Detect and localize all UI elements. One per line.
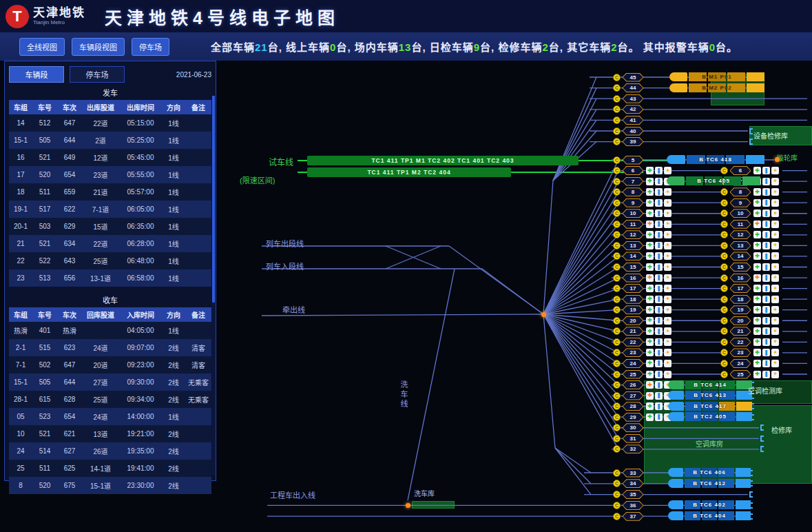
- sidebar-scrollbar[interactable]: [212, 96, 215, 475]
- track-badge[interactable]: 14: [623, 252, 643, 260]
- track-badge[interactable]: 6: [730, 166, 751, 175]
- track-badge[interactable]: 40: [623, 127, 643, 136]
- track-badge[interactable]: 29: [623, 413, 643, 422]
- train[interactable]: B TC6 402: [668, 500, 751, 509]
- track-badge[interactable]: 10: [623, 209, 643, 218]
- track-badge[interactable]: 25: [730, 370, 751, 379]
- table-row[interactable]: 28-161562825道09:34:002线无乘客: [9, 391, 211, 408]
- track-badge[interactable]: 11: [730, 220, 751, 229]
- train[interactable]: B TC6 418: [667, 155, 764, 164]
- train[interactable]: B TC2 405: [668, 412, 752, 421]
- table-row[interactable]: 15-15056442道05:25:001线: [9, 132, 211, 149]
- track-badge[interactable]: 20: [623, 316, 643, 325]
- track-badge[interactable]: 7: [623, 177, 643, 186]
- track-badge[interactable]: 30: [623, 423, 643, 432]
- train[interactable]: B TC6 412: [668, 479, 751, 488]
- table-row[interactable]: 15-150564427道09:30:002线无乘客: [9, 374, 211, 391]
- table-row[interactable]: 1052162113道19:21:002线: [9, 425, 211, 442]
- table-row[interactable]: 852067515-1道23:30:002线: [9, 477, 211, 494]
- table-row[interactable]: 1851165921道05:57:001线: [9, 183, 211, 201]
- track-badge[interactable]: 37: [623, 512, 643, 521]
- track-badge[interactable]: 23: [623, 348, 643, 357]
- track-badge[interactable]: 19: [730, 305, 751, 314]
- track-badge[interactable]: 12: [730, 230, 751, 239]
- track-badge[interactable]: 18: [623, 295, 643, 304]
- track-badge[interactable]: 6: [623, 166, 643, 175]
- train[interactable]: B M1 P01: [669, 72, 764, 81]
- track-badge[interactable]: 17: [730, 284, 751, 293]
- track-badge[interactable]: 16: [730, 274, 751, 283]
- track-badge[interactable]: 33: [623, 469, 643, 478]
- table-row[interactable]: 7-150264720道09:23:002线清客: [9, 356, 211, 374]
- table-row[interactable]: 2252264325道06:48:001线: [9, 252, 211, 269]
- track-badge[interactable]: 20: [730, 316, 751, 325]
- panel-tab-0[interactable]: 车辆段: [9, 66, 64, 83]
- track-badge[interactable]: 13: [730, 241, 751, 250]
- track-badge[interactable]: 22: [623, 338, 643, 347]
- track-badge[interactable]: 17: [623, 284, 643, 293]
- table-row[interactable]: 1451264722道05:15:001线: [9, 114, 211, 132]
- table-row[interactable]: 2-151562324道09:07:002线清客: [9, 339, 211, 356]
- table-row[interactable]: 20-150362915道06:35:001线: [9, 218, 211, 235]
- track-badge[interactable]: 15: [730, 263, 751, 272]
- table-row[interactable]: 2152163422道06:28:001线: [9, 235, 211, 252]
- track-badge[interactable]: 31: [623, 434, 643, 443]
- table-row[interactable]: 2551162514-1道19:41:002线: [9, 460, 211, 477]
- track-badge[interactable]: 16: [623, 274, 643, 283]
- track-badge[interactable]: 14: [730, 252, 751, 260]
- train[interactable]: B TC6 406: [668, 468, 751, 477]
- track-badge[interactable]: 15: [623, 263, 643, 272]
- track-badge[interactable]: 9: [623, 198, 643, 207]
- table-row[interactable]: 19-15176227-1道06:05:001线: [9, 201, 211, 218]
- track-badge[interactable]: 32: [623, 444, 643, 453]
- track-badge[interactable]: 24: [730, 359, 751, 368]
- track-badge[interactable]: 35: [623, 490, 643, 499]
- track-badge[interactable]: 45: [623, 73, 643, 82]
- track-badge[interactable]: 22: [730, 338, 751, 347]
- track-badge[interactable]: 34: [623, 479, 643, 488]
- track-badge[interactable]: 41: [623, 116, 643, 125]
- train[interactable]: B M2 P02: [669, 83, 764, 92]
- track-badge[interactable]: 12: [623, 230, 643, 239]
- track-badge[interactable]: 9: [730, 198, 751, 207]
- table-row[interactable]: 1652164912道05:45:001线: [9, 149, 211, 166]
- train[interactable]: B TC6 405: [667, 176, 760, 185]
- view-button-0[interactable]: 全线视图: [19, 38, 65, 56]
- track-badge[interactable]: 36: [623, 501, 643, 510]
- train[interactable]: B TC6 413: [668, 391, 752, 400]
- track-badge[interactable]: 8: [730, 187, 751, 196]
- track-badge[interactable]: 27: [623, 391, 643, 400]
- view-button-1[interactable]: 车辆段视图: [72, 38, 125, 56]
- track-badge[interactable]: 26: [623, 380, 643, 389]
- panel-tab-1[interactable]: 停车场: [70, 66, 125, 83]
- track-badge[interactable]: 19: [623, 305, 643, 314]
- track-badge[interactable]: 39: [623, 137, 643, 146]
- table-row[interactable]: 2351365613-1道06:58:001线: [9, 269, 211, 287]
- track-badge[interactable]: 25: [623, 370, 643, 379]
- track-badge[interactable]: 11: [623, 220, 643, 229]
- train[interactable]: B TC6 417: [668, 402, 752, 411]
- track-badge[interactable]: 13: [623, 241, 643, 250]
- track-badge[interactable]: 21: [623, 327, 643, 336]
- track-badge[interactable]: 28: [623, 402, 643, 411]
- track-badge[interactable]: 43: [623, 94, 643, 103]
- track-badge[interactable]: 5: [623, 156, 643, 165]
- table-row[interactable]: 0552365424道14:00:001线: [9, 408, 211, 425]
- track-badge[interactable]: 42: [623, 105, 643, 114]
- track-badge[interactable]: 24: [623, 359, 643, 368]
- table-row[interactable]: 热滑401热滑04:05:001线: [9, 322, 211, 339]
- track-badge[interactable]: 23: [730, 348, 751, 357]
- test-train-consist[interactable]: TC1 411 TP1 M2 TC2 404: [307, 167, 511, 177]
- track-badge[interactable]: 21: [730, 327, 751, 336]
- sidebar-scrollbar-thumb[interactable]: [212, 96, 215, 303]
- track-badge[interactable]: 18: [730, 295, 751, 304]
- track-badge[interactable]: 10: [730, 209, 751, 218]
- view-button-2[interactable]: 停车场: [132, 38, 169, 56]
- test-train-consist[interactable]: TC1 411 TP1 M1 TC2 402 TC1 401 TC2 403: [307, 156, 579, 165]
- track-badge[interactable]: 8: [623, 187, 643, 196]
- train[interactable]: B TC6 404: [668, 511, 751, 520]
- track-badge[interactable]: 44: [623, 83, 643, 92]
- train[interactable]: B TC6 414: [668, 380, 752, 389]
- table-row[interactable]: 1752065423道05:55:001线: [9, 166, 211, 183]
- table-row[interactable]: 2451462726道19:35:002线: [9, 442, 211, 460]
